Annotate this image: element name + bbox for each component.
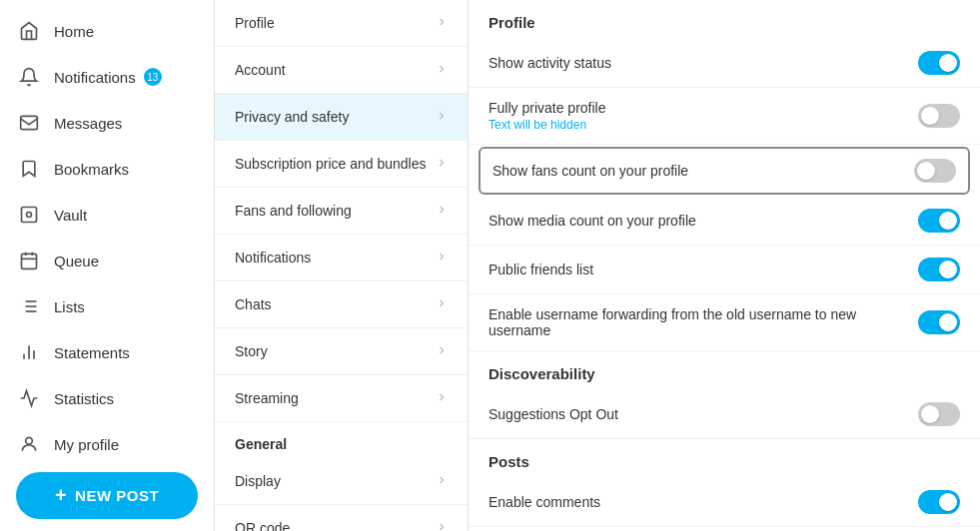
middle-item-chats[interactable]: Chats bbox=[215, 281, 468, 328]
sidebar-label-notifications: Notifications bbox=[54, 69, 136, 86]
middle-label-subscription-price: Subscription price and bundles bbox=[235, 156, 426, 172]
lists-icon bbox=[18, 295, 40, 317]
setting-row-username-forwarding: Enable username forwarding from the old … bbox=[469, 294, 980, 351]
vault-icon bbox=[18, 204, 40, 226]
setting-label-username-forwarding: Enable username forwarding from the old … bbox=[489, 306, 856, 338]
right-panel: ProfileShow activity statusFully private… bbox=[469, 0, 980, 531]
middle-label-privacy-safety: Privacy and safety bbox=[235, 109, 349, 125]
chevron-right-icon bbox=[436, 389, 448, 407]
chevron-right-icon bbox=[436, 519, 448, 531]
middle-label-profile: Profile bbox=[235, 15, 275, 31]
middle-item-qr-code[interactable]: QR code bbox=[215, 505, 468, 531]
sidebar-item-notifications[interactable]: Notifications13 bbox=[0, 54, 214, 100]
middle-column: ProfileAccountPrivacy and safetySubscrip… bbox=[215, 0, 469, 531]
middle-item-story[interactable]: Story bbox=[215, 328, 468, 375]
statistics-icon bbox=[18, 387, 40, 409]
section-title-discoverability: Discoverability bbox=[469, 351, 980, 390]
middle-item-account[interactable]: Account bbox=[215, 47, 468, 94]
svg-point-16 bbox=[26, 437, 33, 444]
setting-row-suggestions-opt-out: Suggestions Opt Out bbox=[469, 390, 980, 439]
sidebar-label-queue: Queue bbox=[54, 253, 99, 269]
chevron-right-icon bbox=[436, 155, 448, 173]
setting-label-enable-comments: Enable comments bbox=[489, 494, 600, 510]
sidebar-item-bookmarks[interactable]: Bookmarks bbox=[0, 146, 214, 192]
middle-item-display[interactable]: Display bbox=[215, 458, 468, 505]
new-post-button[interactable]: + NEW POST bbox=[16, 472, 198, 519]
new-post-label: NEW POST bbox=[75, 487, 159, 504]
middle-label-streaming: Streaming bbox=[235, 390, 299, 406]
setting-row-show-fans-count: Show fans count on your profile bbox=[479, 147, 970, 195]
middle-label-chats: Chats bbox=[235, 296, 272, 312]
sidebar-item-queue[interactable]: Queue bbox=[0, 238, 214, 283]
setting-sub-fully-private-profile: Text will be hidden bbox=[489, 118, 918, 132]
notif-label-wrap: Notifications13 bbox=[54, 68, 162, 86]
sidebar-label-vault: Vault bbox=[54, 207, 87, 224]
statements-icon bbox=[18, 341, 40, 363]
toggle-enable-comments[interactable] bbox=[918, 490, 960, 514]
middle-item-streaming[interactable]: Streaming bbox=[215, 375, 468, 422]
setting-label-show-fans-count: Show fans count on your profile bbox=[492, 163, 688, 179]
notifications-icon bbox=[18, 66, 40, 88]
sidebar-item-vault[interactable]: Vault bbox=[0, 192, 214, 238]
sidebar-label-statistics: Statistics bbox=[54, 390, 114, 407]
toggle-public-friends-list[interactable] bbox=[918, 258, 960, 281]
bookmarks-icon bbox=[18, 158, 40, 180]
chevron-right-icon bbox=[436, 472, 448, 490]
chevron-right-icon bbox=[436, 14, 448, 32]
setting-label-show-media-count: Show media count on your profile bbox=[489, 213, 696, 229]
sidebar-item-messages[interactable]: Messages bbox=[0, 100, 214, 146]
svg-rect-3 bbox=[22, 254, 37, 268]
sidebar-label-home: Home bbox=[54, 23, 94, 40]
sidebar-label-statements: Statements bbox=[54, 344, 130, 361]
toggle-suggestions-opt-out[interactable] bbox=[918, 402, 960, 426]
setting-label-suggestions-opt-out: Suggestions Opt Out bbox=[489, 406, 618, 422]
setting-row-public-friends-list: Public friends list bbox=[469, 246, 980, 294]
svg-rect-1 bbox=[22, 208, 37, 223]
section-title-posts: Posts bbox=[469, 439, 980, 478]
toggle-show-fans-count[interactable] bbox=[914, 159, 956, 183]
sidebar-item-statistics[interactable]: Statistics bbox=[0, 375, 214, 421]
sidebar-label-bookmarks: Bookmarks bbox=[54, 161, 129, 178]
chevron-right-icon bbox=[436, 295, 448, 313]
setting-label-fully-private-profile: Fully private profile bbox=[489, 100, 606, 116]
messages-icon bbox=[18, 112, 40, 134]
middle-item-fans-following[interactable]: Fans and following bbox=[215, 188, 468, 235]
my-profile-icon bbox=[18, 433, 40, 455]
sidebar-label-messages: Messages bbox=[54, 115, 122, 132]
middle-label-notifications: Notifications bbox=[235, 250, 311, 266]
setting-row-comments-subscribers: Allow comments only from subscribers who… bbox=[469, 527, 980, 531]
middle-item-subscription-price[interactable]: Subscription price and bundles bbox=[215, 141, 468, 188]
sidebar-item-statements[interactable]: Statements bbox=[0, 329, 214, 375]
chevron-right-icon bbox=[436, 61, 448, 79]
svg-rect-0 bbox=[21, 116, 38, 129]
setting-row-fully-private-profile: Fully private profileText will be hidden bbox=[469, 88, 980, 145]
toggle-show-activity-status[interactable] bbox=[918, 51, 960, 75]
toggle-username-forwarding[interactable] bbox=[918, 310, 960, 334]
chevron-right-icon bbox=[436, 108, 448, 126]
middle-item-profile[interactable]: Profile bbox=[215, 0, 468, 47]
middle-label-display: Display bbox=[235, 473, 281, 489]
setting-row-show-activity-status: Show activity status bbox=[469, 39, 980, 88]
setting-row-show-media-count: Show media count on your profile bbox=[469, 197, 980, 246]
sidebar-item-home[interactable]: Home bbox=[0, 8, 214, 54]
middle-item-notifications[interactable]: Notifications bbox=[215, 235, 468, 281]
toggle-show-media-count[interactable] bbox=[918, 209, 960, 233]
section-title-profile: Profile bbox=[469, 0, 980, 39]
middle-label-qr-code: QR code bbox=[235, 520, 290, 531]
setting-label-public-friends-list: Public friends list bbox=[489, 262, 593, 277]
sidebar-label-my-profile: My profile bbox=[54, 436, 119, 453]
middle-item-privacy-safety[interactable]: Privacy and safety bbox=[215, 94, 468, 141]
queue-icon bbox=[18, 250, 40, 271]
plus-icon: + bbox=[55, 484, 67, 507]
chevron-right-icon bbox=[436, 342, 448, 360]
sidebar-item-lists[interactable]: Lists bbox=[0, 283, 214, 329]
middle-general-label: General bbox=[215, 422, 468, 458]
chevron-right-icon bbox=[436, 249, 448, 266]
sidebar-item-my-profile[interactable]: My profile bbox=[0, 421, 214, 460]
setting-row-enable-comments: Enable comments bbox=[469, 478, 980, 527]
toggle-fully-private-profile[interactable] bbox=[918, 104, 960, 128]
sidebar: HomeNotifications13MessagesBookmarksVaul… bbox=[0, 0, 215, 531]
sidebar-nav: HomeNotifications13MessagesBookmarksVaul… bbox=[0, 0, 214, 460]
home-icon bbox=[18, 20, 40, 42]
sidebar-label-lists: Lists bbox=[54, 298, 85, 315]
